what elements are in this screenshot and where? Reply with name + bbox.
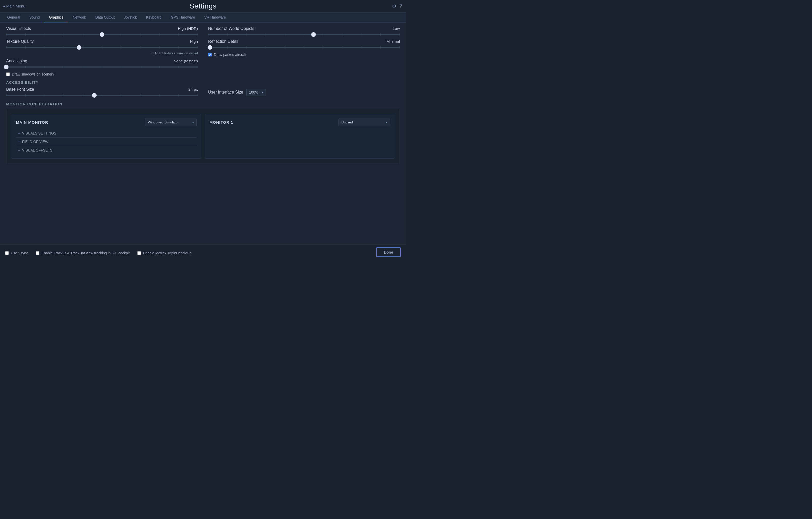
- texture-quality-track: [6, 47, 198, 48]
- antialiasing-track: [6, 66, 198, 67]
- field-of-view-label: FIELD OF VIEW: [22, 140, 49, 144]
- texture-quality-label: Texture Quality: [6, 39, 34, 44]
- base-font-value: 24 px: [188, 87, 198, 91]
- visuals-expand-icon: +: [18, 132, 20, 135]
- monitor1-header: MONITOR 1 Unused External Visual Map Ins…: [209, 119, 390, 126]
- visual-effects-slider[interactable]: [6, 32, 198, 37]
- draw-parked-aircraft-label: Draw parked aircraft: [214, 53, 246, 57]
- draw-shadows-checkbox[interactable]: [6, 73, 10, 76]
- tab-gps-hardware[interactable]: GPS Hardware: [166, 12, 200, 22]
- accessibility-header: ACCESSIBILITY: [6, 80, 400, 85]
- antialiasing-value: None (fastest): [174, 59, 198, 63]
- main-monitor-dropdown[interactable]: Windowed Simulator Full Screen External …: [145, 119, 197, 126]
- offsets-expand-icon: −: [18, 148, 20, 152]
- tab-network[interactable]: Network: [68, 12, 90, 22]
- main-monitor-panel: MAIN MONITOR Windowed Simulator Full Scr…: [11, 114, 201, 159]
- trackir-row: Enable TrackIR & TrackHat view tracking …: [36, 251, 129, 255]
- matrox-label: Enable Matrox TripleHead2Go: [143, 251, 192, 255]
- visuals-settings-item[interactable]: + VISUALS SETTINGS: [16, 129, 197, 138]
- bottom-checkboxes: Use Vsync Enable TrackIR & TrackHat view…: [5, 250, 192, 255]
- monitor-grid: MAIN MONITOR Windowed Simulator Full Scr…: [11, 114, 395, 159]
- reflection-detail-group: Reflection Detail Minimal: [208, 39, 400, 57]
- main-monitor-title: MAIN MONITOR: [16, 120, 48, 124]
- antialiasing-slider[interactable]: [6, 64, 198, 69]
- tab-vr-hardware[interactable]: VR Hardware: [200, 12, 231, 22]
- tab-keyboard[interactable]: Keyboard: [141, 12, 166, 22]
- use-vsync-row: Use Vsync: [5, 251, 28, 255]
- window-title: Settings: [190, 2, 216, 10]
- world-objects-track: [208, 34, 400, 35]
- base-font-size-group: Base Font Size 24 px: [6, 87, 198, 98]
- tab-bar: General Sound Graphics Network Data Outp…: [0, 12, 406, 23]
- world-objects-group: Number of World Objects Low: [208, 26, 400, 37]
- visual-effects-thumb[interactable]: [100, 32, 104, 37]
- title-bar: ◂ Main Menu Settings ⚙ ?: [0, 0, 406, 12]
- main-monitor-header: MAIN MONITOR Windowed Simulator Full Scr…: [16, 119, 197, 126]
- draw-parked-aircraft-row: Draw parked aircraft: [208, 53, 400, 57]
- world-objects-thumb[interactable]: [311, 32, 316, 37]
- reflection-slider[interactable]: [208, 45, 400, 50]
- ui-size-dropdown-wrapper: 75% 100% 125% 150% ▼: [246, 89, 266, 96]
- settings-window: ◂ Main Menu Settings ⚙ ? General Sound G…: [0, 0, 406, 260]
- base-font-slider[interactable]: [6, 93, 198, 98]
- reflection-label: Reflection Detail: [208, 39, 238, 44]
- base-font-label-row: Base Font Size 24 px: [6, 87, 198, 92]
- trackir-label: Enable TrackIR & TrackHat view tracking …: [41, 251, 129, 255]
- matrox-row: Enable Matrox TripleHead2Go: [137, 251, 192, 255]
- texture-quality-thumb[interactable]: [77, 45, 81, 50]
- reflection-value: Minimal: [386, 39, 400, 44]
- ui-size-label: User Interface Size: [208, 90, 243, 94]
- antialiasing-group: Antialiasing None (fastest): [6, 59, 198, 76]
- tab-data-output[interactable]: Data Output: [91, 12, 119, 22]
- ui-size-group: User Interface Size 75% 100% 125% 150% ▼: [208, 87, 400, 98]
- tab-sound[interactable]: Sound: [25, 12, 44, 22]
- done-button[interactable]: Done: [376, 248, 401, 257]
- world-objects-label-row: Number of World Objects Low: [208, 26, 400, 31]
- base-font-thumb[interactable]: [92, 93, 96, 98]
- base-font-ticks: [6, 94, 198, 96]
- visual-offsets-item[interactable]: − VISUAL OFFSETS: [16, 146, 197, 154]
- draw-shadows-row: Draw shadows on scenery: [6, 72, 198, 76]
- title-icons: ⚙ ?: [392, 3, 402, 9]
- texture-quality-slider[interactable]: [6, 45, 198, 50]
- monitor1-panel: MONITOR 1 Unused External Visual Map Ins…: [205, 114, 395, 159]
- back-button[interactable]: ◂ Main Menu: [3, 4, 25, 8]
- visuals-settings-label: VISUALS SETTINGS: [22, 131, 56, 135]
- ui-size-dropdown[interactable]: 75% 100% 125% 150%: [246, 89, 266, 96]
- row-visual-effects: Visual Effects High (HDR): [6, 26, 400, 37]
- field-of-view-item[interactable]: + FIELD OF VIEW: [16, 138, 197, 146]
- draw-parked-aircraft-checkbox[interactable]: [208, 53, 212, 56]
- matrox-checkbox[interactable]: [137, 251, 141, 255]
- help-icon[interactable]: ?: [399, 3, 402, 9]
- main-monitor-dropdown-wrapper: Windowed Simulator Full Screen External …: [145, 119, 197, 126]
- visual-effects-group: Visual Effects High (HDR): [6, 26, 198, 37]
- texture-quality-ticks: [6, 47, 198, 49]
- tab-joystick[interactable]: Joystick: [119, 12, 141, 22]
- ui-size-row: User Interface Size 75% 100% 125% 150% ▼: [208, 89, 400, 96]
- reflection-track: [208, 47, 400, 48]
- monitor1-dropdown[interactable]: Unused External Visual Map Instruments: [339, 119, 390, 126]
- tab-graphics[interactable]: Graphics: [44, 12, 68, 22]
- reflection-ticks: [208, 47, 400, 49]
- use-vsync-label: Use Vsync: [11, 251, 28, 255]
- antialiasing-label: Antialiasing: [6, 59, 27, 63]
- draw-shadows-label: Draw shadows on scenery: [12, 72, 54, 76]
- reflection-thumb[interactable]: [208, 45, 212, 50]
- use-vsync-checkbox[interactable]: [5, 251, 9, 255]
- sliders-icon[interactable]: ⚙: [392, 3, 396, 9]
- world-objects-slider[interactable]: [208, 32, 400, 37]
- visual-effects-label-row: Visual Effects High (HDR): [6, 26, 198, 31]
- trackir-checkbox[interactable]: [36, 251, 39, 255]
- texture-sub-info: 83 MB of textures currently loaded: [6, 52, 198, 55]
- world-objects-ticks: [208, 33, 400, 35]
- monitor1-title: MONITOR 1: [209, 120, 233, 124]
- world-objects-label: Number of World Objects: [208, 26, 254, 31]
- monitor-config-header: MONITOR CONFIGURATION: [6, 102, 400, 106]
- bottom-bar: Use Vsync Enable TrackIR & TrackHat view…: [0, 244, 406, 260]
- main-monitor-expand-list: + VISUALS SETTINGS + FIELD OF VIEW − VIS…: [16, 129, 197, 154]
- antialiasing-ticks: [6, 66, 198, 68]
- tab-general[interactable]: General: [3, 12, 25, 22]
- base-font-track: [6, 95, 198, 96]
- antialiasing-thumb[interactable]: [4, 65, 8, 69]
- visual-effects-value: High (HDR): [178, 26, 198, 31]
